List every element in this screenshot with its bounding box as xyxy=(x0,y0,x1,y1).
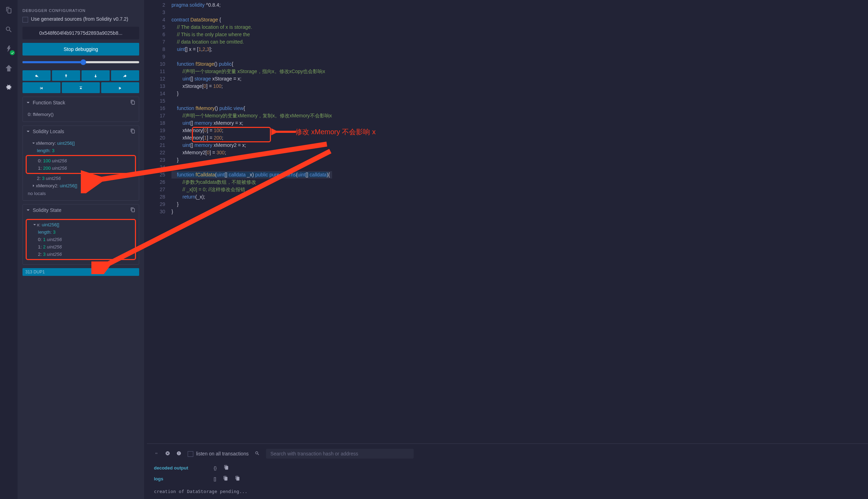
annotation-highlight: x: uint256[] length: 3 0: 1 uint256 1: 2… xyxy=(26,219,136,260)
solidity-locals-panel: Solidity Locals xMemory: uint256[] lengt… xyxy=(22,125,139,201)
jump-prev-button[interactable] xyxy=(22,82,60,93)
logs-label: logs xyxy=(154,476,207,481)
terminal-message: creation of DataStorage pending... xyxy=(154,489,861,494)
listen-label: listen on all transactions xyxy=(196,451,248,456)
code-line[interactable] xyxy=(171,9,332,16)
collapse-icon[interactable] xyxy=(154,451,159,457)
code-line[interactable]: pragma solidity ^0.8.4; xyxy=(171,1,332,9)
step-back-button[interactable] xyxy=(22,70,51,81)
copy-icon[interactable] xyxy=(130,129,135,135)
function-stack-header[interactable]: Function Stack xyxy=(23,97,139,109)
step-slider[interactable] xyxy=(22,61,139,65)
slider-thumb[interactable] xyxy=(80,59,86,65)
clear-icon[interactable] xyxy=(165,451,170,457)
solidity-state-panel: Solidity State x: uint256[] length: 3 0:… xyxy=(22,204,139,265)
opcode-row: 313 DUP1 xyxy=(22,268,139,276)
jump-next-button[interactable] xyxy=(101,82,139,93)
terminal-panel: listen on all transactions Search with t… xyxy=(147,443,868,499)
tx-address-input[interactable]: 0x548f604f4b917975d2893a9025b8... xyxy=(22,27,139,39)
code-line[interactable] xyxy=(171,97,332,105)
code-line[interactable]: uint[] x = [1,2,3]; xyxy=(171,46,332,53)
no-locals-text: no locals xyxy=(28,189,134,197)
array-item: 0: 1 uint256 xyxy=(29,236,133,243)
deploy-icon[interactable] xyxy=(5,64,13,73)
panel-title: Solidity State xyxy=(33,207,128,213)
function-stack-panel: Function Stack 0: fMemory() xyxy=(22,97,139,122)
search-input[interactable]: Search with transaction hash or address xyxy=(266,449,414,459)
x-node[interactable]: x: uint256[] xyxy=(29,221,133,228)
code-line[interactable]: //参数为calldata数组，不能被修改 xyxy=(171,179,332,186)
annotation-highlight: 0: 100 uint256 1: 200 uint256 xyxy=(26,155,136,174)
code-line[interactable] xyxy=(171,164,332,171)
code-line[interactable]: uint[] memory xMemory2 = x; xyxy=(171,142,332,149)
code-line[interactable]: xStorage[0] = 100; xyxy=(171,83,332,90)
pending-icon[interactable] xyxy=(176,451,181,457)
search-icon[interactable] xyxy=(5,26,13,34)
code-line[interactable]: function fCalldata(uint[] calldata _x) p… xyxy=(171,171,332,179)
code-line[interactable]: // The data location of x is storage. xyxy=(171,24,332,31)
array-item: 2: 3 uint256 xyxy=(28,175,134,182)
panel-title: Function Stack xyxy=(33,100,128,105)
copy-icon[interactable] xyxy=(235,476,240,482)
copy-icon[interactable] xyxy=(224,465,229,471)
code-line[interactable]: function fStorage() public{ xyxy=(171,60,332,68)
decoded-output-value: {} xyxy=(214,465,217,471)
code-line[interactable]: } xyxy=(171,90,332,97)
copy-icon[interactable] xyxy=(130,100,135,106)
code-line[interactable]: uint[] memory xMemory = x; xyxy=(171,119,332,127)
array-item: 2: 3 uint256 xyxy=(29,251,133,258)
use-generated-sources-checkbox[interactable] xyxy=(22,17,28,22)
jump-out-button[interactable] xyxy=(62,82,100,93)
code-line[interactable]: // data location can be omitted. xyxy=(171,38,332,46)
code-line[interactable]: //声明一个storage的变量 xStorage，指向x。修改xCopy也会影… xyxy=(171,68,332,75)
code-line[interactable]: contract DataStorage { xyxy=(171,16,332,24)
copy-icon[interactable] xyxy=(223,476,228,482)
step-into-button[interactable] xyxy=(82,70,110,81)
length-row: length: 3 xyxy=(29,228,133,236)
length-row: length: 3 xyxy=(28,147,134,154)
search-icon[interactable] xyxy=(255,451,260,457)
code-line[interactable]: // This is the only place where the xyxy=(171,31,332,38)
solidity-compile-icon[interactable] xyxy=(5,45,13,54)
debugger-icon[interactable] xyxy=(5,84,13,92)
code-line[interactable]: xMemory[1] = 200; xyxy=(171,134,332,142)
stop-debugging-button[interactable]: Stop debugging xyxy=(22,43,139,56)
array-item: 0: 100 uint256 xyxy=(29,157,133,164)
code-line[interactable]: return(_x); xyxy=(171,193,332,201)
code-line[interactable]: xMemory[0] = 100; xyxy=(171,127,332,134)
code-line[interactable]: } xyxy=(171,208,332,215)
code-line[interactable]: } xyxy=(171,156,332,164)
panel-title: Solidity Locals xyxy=(33,129,128,134)
code-line[interactable]: uint[] storage xStorage = x; xyxy=(171,75,332,83)
step-forward-button[interactable] xyxy=(111,70,139,81)
code-line[interactable] xyxy=(171,53,332,60)
files-icon[interactable] xyxy=(5,6,13,15)
code-editor[interactable]: 2345678910111213141516171819202122232425… xyxy=(147,0,868,443)
listen-checkbox[interactable] xyxy=(188,451,193,457)
code-line[interactable]: // _x[0] = 0; //这样修改会报错 xyxy=(171,186,332,193)
xmemory2-node[interactable]: xMemory2: uint256[] xyxy=(28,182,134,189)
vertical-divider[interactable] xyxy=(144,0,147,499)
solidity-state-header[interactable]: Solidity State xyxy=(23,205,139,216)
stack-frame: 0: fMemory() xyxy=(28,111,134,118)
step-out-button[interactable] xyxy=(52,70,80,81)
decoded-output-label: decoded output xyxy=(154,465,207,471)
array-item: 1: 200 uint256 xyxy=(29,164,133,172)
logs-value: [] xyxy=(214,476,216,481)
use-generated-sources-row[interactable]: Use generated sources (from Solidity v0.… xyxy=(22,16,139,22)
copy-icon[interactable] xyxy=(130,207,135,213)
code-line[interactable]: } xyxy=(171,201,332,208)
code-line[interactable]: function fMemory() public view{ xyxy=(171,105,332,112)
checkbox-label: Use generated sources (from Solidity v0.… xyxy=(31,16,128,22)
array-item: 1: 2 uint256 xyxy=(29,243,133,251)
code-line[interactable]: //声明一个Memory的变量xMemory，复制x。修改xMemory不会影响… xyxy=(171,112,332,119)
code-line[interactable]: xMemory2[0] = 300; xyxy=(171,149,332,156)
solidity-locals-header[interactable]: Solidity Locals xyxy=(23,126,139,137)
xmemory-node[interactable]: xMemory: uint256[] xyxy=(28,140,134,147)
config-title: DEBUGGER CONFIGURATION xyxy=(22,8,139,13)
listen-toggle[interactable]: listen on all transactions xyxy=(188,451,248,457)
